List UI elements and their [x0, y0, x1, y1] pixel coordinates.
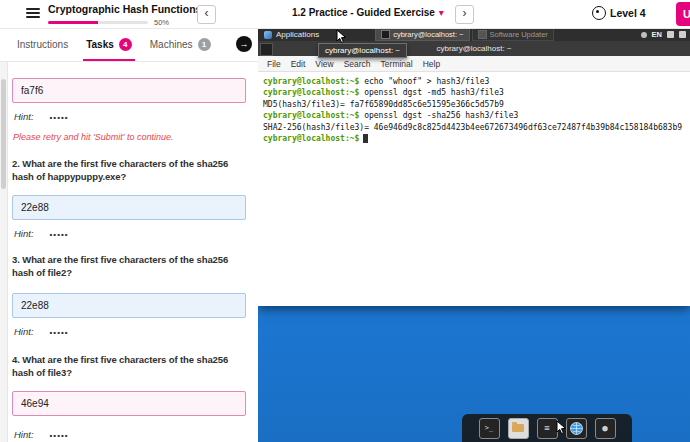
- hint-dots: •••••: [50, 328, 69, 337]
- terminal-menubar: File Edit View Search Terminal Help: [258, 56, 690, 72]
- q2-answer-input[interactable]: [12, 195, 246, 220]
- folder-icon: [512, 424, 524, 432]
- tasks-scrollbar-track: [0, 61, 8, 442]
- terminal-cursor: [363, 134, 368, 143]
- system-tray: EN: [641, 30, 690, 39]
- course-progress: 50%: [48, 18, 169, 27]
- menu-search[interactable]: Search: [344, 59, 371, 69]
- q1-answer-input[interactable]: [12, 78, 246, 103]
- chevron-down-icon: ▾: [439, 8, 444, 18]
- applications-menu-label: Applications: [276, 30, 319, 39]
- vm-taskbar: Applications cybrary@localhost: ~ Softwa…: [258, 28, 690, 41]
- terminal-titlebar-icon: [260, 43, 273, 56]
- terminal-line: cybrary@localhost:~$ openssl dgst -sha25…: [263, 110, 685, 121]
- q2-hint: Hint: •••••: [14, 228, 69, 239]
- dock-settings-icon[interactable]: ●: [595, 418, 616, 439]
- taskbar-window-updater-label: Software Updater: [490, 30, 548, 39]
- level-label: Level 4: [610, 7, 646, 19]
- arrow-right-icon: →: [240, 39, 249, 49]
- level-badge: Level 4: [592, 6, 646, 20]
- taskbar-window-terminal-label: cybrary@localhost: ~: [393, 30, 463, 39]
- tab-instructions-label: Instructions: [17, 39, 68, 50]
- next-lesson-button[interactable]: ›: [455, 5, 474, 24]
- q2-question: 2. What are the first five characters of…: [12, 158, 250, 184]
- hamburger-menu-icon[interactable]: [26, 8, 40, 19]
- machines-count-badge: 1: [198, 38, 211, 51]
- lesson-selector[interactable]: 1.2 Practice - Guided Exercise ▾: [292, 7, 444, 18]
- hint-label: Hint:: [14, 111, 34, 122]
- applications-menu[interactable]: Applications: [258, 28, 325, 41]
- menu-edit[interactable]: Edit: [291, 59, 306, 69]
- dock-browser-icon[interactable]: [566, 418, 587, 439]
- terminal-window: cybrary@localhost: ~ File Edit View Sear…: [258, 41, 690, 306]
- vm-desktop: Applications cybrary@localhost: ~ Softwa…: [258, 28, 690, 442]
- terminal-line: SHA2-256(hash3/file3)= 46e946d9c8c825d44…: [263, 122, 685, 133]
- chevron-right-icon: ›: [463, 6, 467, 20]
- terminal-title: cybrary@localhost: ~: [436, 44, 511, 53]
- hint-label: Hint:: [14, 326, 34, 337]
- progress-label: 50%: [154, 18, 169, 27]
- q3-answer-input[interactable]: [12, 293, 246, 318]
- menu-view[interactable]: View: [315, 59, 333, 69]
- chevron-left-icon: ‹: [205, 6, 209, 20]
- level-target-icon: [592, 6, 606, 20]
- top-bar: Cryptographic Hash Functions 50% ‹ 1.2 P…: [0, 0, 690, 29]
- terminal-window-icon: [381, 30, 390, 39]
- hint-dots: •••••: [50, 431, 69, 440]
- q4-answer-input[interactable]: [12, 391, 246, 416]
- progress-bar: [48, 21, 148, 24]
- keyboard-layout-indicator[interactable]: EN: [652, 30, 662, 39]
- volume-icon[interactable]: [667, 31, 674, 38]
- power-icon[interactable]: [679, 31, 686, 38]
- terminal-line: cybrary@localhost:~$ echo "whoof" > hash…: [263, 76, 685, 87]
- hint-dots: •••••: [50, 230, 69, 239]
- q3-question: 3. What are the first five characters of…: [12, 254, 250, 280]
- tasks-count-badge: 4: [119, 38, 132, 51]
- q1-error-message: Please retry and hit 'Submit' to continu…: [13, 132, 248, 142]
- tasks-forward-button[interactable]: →: [236, 36, 252, 52]
- software-updater-icon: [478, 30, 487, 39]
- menu-file[interactable]: File: [267, 59, 281, 69]
- dock-terminal-icon[interactable]: >_: [479, 418, 500, 439]
- screen: Cryptographic Hash Functions 50% ‹ 1.2 P…: [0, 0, 690, 442]
- globe-icon: [570, 422, 583, 435]
- status-icon[interactable]: [641, 32, 647, 38]
- terminal-line: MD5(hash3/file3)= fa7f65890dd85c6e51595e…: [263, 99, 685, 110]
- prev-lesson-button[interactable]: ‹: [197, 5, 216, 24]
- tab-tasks-label: Tasks: [86, 39, 114, 50]
- tab-tasks[interactable]: Tasks 4: [77, 28, 141, 61]
- progress-fill: [48, 21, 98, 24]
- taskbar-window-terminal[interactable]: cybrary@localhost: ~: [375, 28, 469, 41]
- terminal-line: cybrary@localhost:~$: [263, 133, 685, 144]
- q4-hint: Hint: •••••: [14, 429, 69, 440]
- menu-terminal[interactable]: Terminal: [381, 59, 413, 69]
- q1-hint: Hint: •••••: [14, 111, 69, 122]
- tab-machines-label: Machines: [150, 39, 193, 50]
- terminal-line: cybrary@localhost:~$ openssl dgst -md5 h…: [263, 87, 685, 98]
- q4-question: 4. What are the first five characters of…: [12, 354, 250, 380]
- hint-label: Hint:: [14, 429, 34, 440]
- taskbar-window-software-updater[interactable]: Software Updater: [472, 28, 554, 41]
- q3-hint: Hint: •••••: [14, 326, 69, 337]
- tasks-panel: Hint: ••••• Please retry and hit 'Submit…: [8, 61, 258, 442]
- dock-text-editor-icon[interactable]: ≡: [537, 418, 558, 439]
- tasks-scrollbar-thumb[interactable]: [1, 79, 6, 189]
- dock-file-manager-icon[interactable]: [508, 418, 529, 439]
- dock: >_ ≡ ●: [462, 414, 632, 442]
- tab-machines[interactable]: Machines 1: [141, 28, 220, 61]
- tab-instructions[interactable]: Instructions: [8, 28, 77, 61]
- lesson-title: 1.2 Practice - Guided Exercise: [292, 7, 435, 18]
- taskbar-tooltip: cybrary@localhost: ~: [318, 43, 407, 58]
- tabs-bar: Instructions Tasks 4 Machines 1: [0, 28, 258, 62]
- upgrade-button[interactable]: U: [676, 2, 690, 26]
- hint-label: Hint:: [14, 228, 34, 239]
- hint-dots: •••••: [50, 113, 69, 122]
- course-title: Cryptographic Hash Functions: [48, 3, 201, 15]
- terminal-output[interactable]: cybrary@localhost:~$ echo "whoof" > hash…: [258, 72, 690, 148]
- menu-help[interactable]: Help: [423, 59, 440, 69]
- applications-menu-icon: [264, 31, 272, 39]
